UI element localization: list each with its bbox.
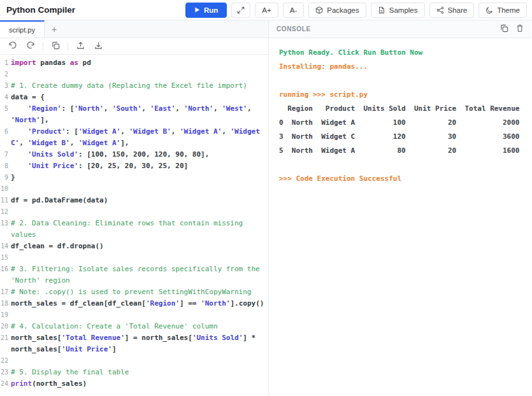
code-text[interactable]: # Note: .copy() is used to prevent Setti… [10,286,268,298]
code-line[interactable]: 15 [0,252,268,264]
code-text[interactable]: # 5. Display the final table [10,367,268,378]
code-text[interactable]: 'Product': ['Widget A', 'Widget B', 'Wid… [10,126,268,149]
code-line[interactable]: 6 'Product': ['Widget A', 'Widget B', 'W… [0,126,268,149]
copy-code-button[interactable] [48,40,63,53]
code-token-str: 'North' [74,104,103,113]
clear-console-button[interactable] [516,24,524,34]
console-title: CONSOLE [277,25,311,32]
code-text[interactable] [10,183,268,195]
code-line[interactable]: 3# 1. Create dummy data (Replacing the E… [0,80,268,92]
code-line[interactable]: 23# 5. Display the final table [0,367,268,378]
console-header: CONSOLE [269,20,531,38]
redo-button[interactable] [23,40,38,53]
line-number: 17 [0,286,10,298]
code-text[interactable] [10,309,268,321]
code-line[interactable]: 24print(north_sales) [0,378,268,390]
code-token-str: 'Widget A' [78,139,120,147]
code-text[interactable]: 'Region': ['North', 'South', 'East', 'No… [10,103,268,126]
code-token-str: 'Widget B' [129,127,171,136]
code-line[interactable]: 8 'Unit Price': [20, 25, 20, 30, 25, 20] [0,160,268,172]
code-line[interactable]: 10 [0,183,268,195]
code-token-pl: data = { [11,93,45,101]
console-line [279,158,526,172]
code-token-pl: ], [120,139,129,147]
code-text[interactable] [10,355,268,367]
code-text[interactable] [10,252,268,264]
code-token-pl: , [171,127,180,136]
code-line[interactable]: 7 'Units Sold': [100, 150, 200, 120, 90,… [0,149,268,160]
packages-label: Packages [327,6,359,14]
toolbar-separator [43,42,43,51]
console-output: Python Ready. Click Run Button NowInstal… [269,38,531,396]
font-increase-button[interactable]: A+ [255,3,278,18]
share-button[interactable]: Share [429,3,475,18]
code-editor[interactable]: 1import pandas as pd23# 1. Create dummy … [0,55,268,396]
tab-script-py[interactable]: script.py [0,20,45,38]
download-icon [94,41,103,52]
code-text[interactable]: df_clean = df.dropna() [10,241,268,252]
topbar: Python Compiler Run A+ A- [0,0,532,20]
code-line[interactable]: 13# 2. Data Cleaning: Eliminate rows tha… [0,218,268,241]
code-text[interactable]: data = { [10,92,268,103]
code-text[interactable]: # 1. Create dummy data (Replacing the Ex… [10,80,268,92]
code-line[interactable]: 22 [0,355,268,367]
code-line[interactable]: 17# Note: .copy() is used to prevent Set… [0,286,268,298]
new-tab-button[interactable]: + [45,20,64,38]
code-token-com: # 1. Create dummy data (Replacing the Ex… [11,81,247,90]
code-text[interactable]: } [10,172,268,183]
code-text[interactable]: north_sales['Total Revenue'] = north_sal… [10,332,268,355]
tab-bar: script.py + [0,20,268,38]
run-button[interactable]: Run [185,3,227,18]
code-token-str: 'Region' [146,299,180,308]
packages-button[interactable]: Packages [308,3,366,18]
code-text[interactable]: 'Unit Price': [20, 25, 20, 30, 25, 20] [10,160,268,172]
samples-button[interactable]: Samples [371,3,425,18]
code-token-pl: north_sales[ [11,334,61,342]
code-line[interactable]: 2 [0,69,268,80]
code-line[interactable]: 12 [0,206,268,218]
code-token-com: # 2. Data Cleaning: Eliminate rows that … [11,219,247,239]
code-text[interactable]: # 3. Filtering: Isolate sales records sp… [10,264,268,286]
code-text[interactable]: import pandas as pd [10,57,268,69]
code-text[interactable]: df = pd.DataFrame(data) [10,195,268,206]
line-number: 5 [0,103,10,115]
code-line[interactable]: 16# 3. Filtering: Isolate sales records … [0,264,268,286]
code-line[interactable]: 5 'Region': ['North', 'South', 'East', '… [0,103,268,126]
code-line[interactable]: 21north_sales['Total Revenue'] = north_s… [0,332,268,355]
theme-button[interactable]: Theme [478,3,527,18]
code-token-fn: print [11,379,32,388]
font-decrease-button[interactable]: A- [283,3,305,18]
code-line[interactable]: 11df = pd.DataFrame(data) [0,195,268,206]
copy-output-button[interactable] [500,24,508,34]
samples-label: Samples [389,6,418,14]
code-line[interactable]: 19 [0,309,268,321]
code-line[interactable]: 4data = { [0,92,268,103]
code-text[interactable]: print(north_sales) [10,378,268,390]
undo-button[interactable] [5,40,20,53]
code-line[interactable]: 9} [0,172,268,183]
console-line: 0 North Widget A 100 20 2000 [279,116,526,130]
code-text[interactable]: # 4. Calculation: Create a 'Total Revenu… [10,321,268,332]
code-token-pl: , [104,104,112,113]
fullscreen-button[interactable] [231,3,250,18]
code-token-str: 'West' [222,104,247,113]
code-line[interactable]: 14df_clean = df.dropna() [0,241,268,252]
upload-button[interactable] [73,40,88,53]
line-number: 16 [0,264,10,275]
code-text[interactable]: 'Units Sold': [100, 150, 200, 120, 90, 8… [10,149,268,160]
code-token-pl: } [11,173,15,181]
code-text[interactable]: # 2. Data Cleaning: Eliminate rows that … [10,218,268,241]
code-line[interactable]: 20# 4. Calculation: Create a 'Total Reve… [0,321,268,332]
main-split: script.py + [0,20,532,396]
download-button[interactable] [90,40,106,53]
code-text[interactable] [10,206,268,218]
code-token-pl: ], [40,116,48,124]
code-text[interactable] [10,69,268,80]
code-token-pl: , [120,127,129,136]
undo-icon [8,41,17,51]
code-text[interactable]: north_sales = df_clean[df_clean['Region'… [10,298,268,309]
code-line[interactable]: 18north_sales = df_clean[df_clean['Regio… [0,298,268,309]
code-line[interactable]: 1import pandas as pd [0,57,268,69]
code-token-str: 'Widget A' [78,127,120,136]
code-token-str: 'Unit Price' [28,162,78,170]
